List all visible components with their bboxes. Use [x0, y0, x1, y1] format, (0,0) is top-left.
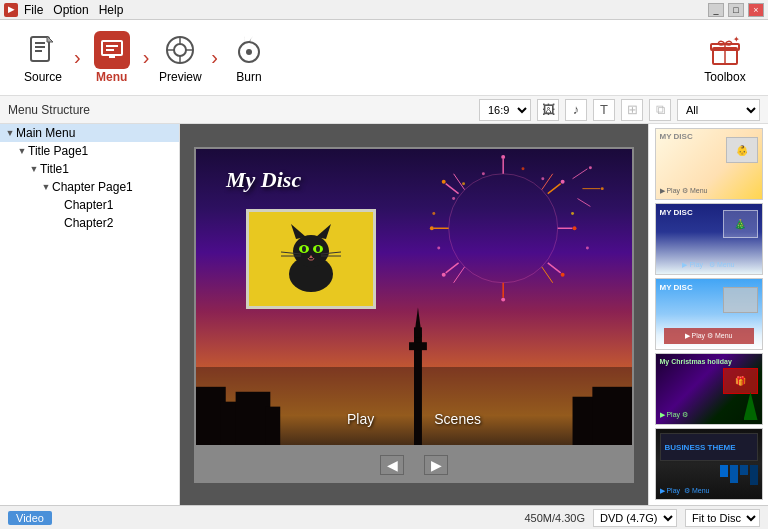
- toolbox-label: Toolbox: [704, 70, 745, 84]
- close-button[interactable]: ×: [748, 3, 764, 17]
- menu-file[interactable]: File: [24, 3, 43, 17]
- svg-marker-69: [291, 224, 306, 239]
- svg-point-22: [449, 173, 558, 282]
- svg-point-38: [430, 226, 434, 230]
- template-item-1[interactable]: MY DISC 👶 ▶ Play ⚙ Menu: [655, 128, 763, 200]
- svg-line-30: [446, 183, 459, 193]
- expand-icon-chapter-page1: ▼: [40, 181, 52, 193]
- svg-point-39: [561, 179, 565, 183]
- chapter-page1-label: Chapter Page1: [52, 180, 133, 194]
- svg-point-35: [501, 154, 505, 158]
- sub-toolbar: Menu Structure 16:9 4:3 🖼 ♪ T ⊞ ⧉ All St…: [0, 96, 768, 124]
- right-panel: MY DISC 👶 ▶ Play ⚙ Menu MY DISC 🎄 ▶ Play…: [648, 124, 768, 505]
- title-page1-label: Title Page1: [28, 144, 88, 158]
- aspect-ratio-select[interactable]: 16:9 4:3: [479, 99, 531, 121]
- tree-node-title1[interactable]: ▼ Title1: [0, 160, 179, 178]
- template-filter-select[interactable]: All Standard Holiday Business: [677, 99, 760, 121]
- svg-point-51: [522, 167, 525, 170]
- fit-select[interactable]: Fit to Disc Do not fit: [685, 509, 760, 527]
- svg-point-36: [573, 226, 577, 230]
- chapter2-label: Chapter2: [64, 216, 113, 230]
- toolbar-toolbox[interactable]: ✦ Toolbox: [690, 23, 760, 93]
- sub-toolbar-right: All Standard Holiday Business: [677, 99, 760, 121]
- svg-point-54: [437, 246, 440, 249]
- layers-icon-btn[interactable]: ⧉: [649, 99, 671, 121]
- tree-node-chapter1[interactable]: Chapter1: [0, 196, 179, 214]
- prev-arrow-btn[interactable]: ◀: [380, 455, 404, 475]
- svg-point-55: [571, 211, 574, 214]
- tree-node-chapter-page1[interactable]: ▼ Chapter Page1: [0, 178, 179, 196]
- svg-rect-6: [106, 45, 118, 47]
- menu-structure-label: Menu Structure: [8, 103, 90, 117]
- svg-line-26: [548, 262, 561, 272]
- title-bar-controls: _ □ ×: [708, 3, 764, 17]
- svg-marker-70: [316, 224, 331, 239]
- template-item-4[interactable]: My Christmas holiday 🎁 ▶ Play ⚙: [655, 353, 763, 425]
- tree-node-title-page1[interactable]: ▼ Title Page1: [0, 142, 179, 160]
- minimize-button[interactable]: _: [708, 3, 724, 17]
- music-icon-btn[interactable]: ♪: [565, 99, 587, 121]
- svg-line-24: [548, 183, 561, 193]
- svg-rect-64: [414, 327, 422, 446]
- svg-rect-65: [409, 342, 427, 350]
- canvas-area: My Disc: [180, 124, 648, 505]
- left-panel: ▼ Main Menu ▼ Title Page1 ▼ Title1 ▼ Cha…: [0, 124, 180, 505]
- template-item-5[interactable]: BUSINESS THEME ▶ Play ⚙ Menu: [655, 428, 763, 500]
- svg-marker-66: [414, 307, 422, 337]
- expand-icon-chapter2: [52, 217, 64, 229]
- svg-point-11: [174, 44, 186, 56]
- image-icon-btn[interactable]: 🖼: [537, 99, 559, 121]
- expand-icon-main-menu: ▼: [4, 127, 16, 139]
- svg-point-37: [501, 297, 505, 301]
- chapter1-label: Chapter1: [64, 198, 113, 212]
- svg-point-56: [586, 246, 589, 249]
- next-arrow-btn[interactable]: ▶: [424, 455, 448, 475]
- svg-rect-7: [106, 49, 114, 51]
- svg-line-45: [577, 198, 590, 206]
- disc-title: My Disc: [226, 167, 301, 193]
- svg-point-52: [541, 177, 544, 180]
- expand-icon-title1: ▼: [28, 163, 40, 175]
- main-content: ▼ Main Menu ▼ Title Page1 ▼ Title1 ▼ Cha…: [0, 124, 768, 505]
- disc-play-btn[interactable]: Play: [347, 411, 374, 427]
- svg-line-32: [454, 173, 465, 189]
- menu-label: Menu: [96, 70, 127, 84]
- text-icon-btn[interactable]: T: [593, 99, 615, 121]
- tree-node-main-menu[interactable]: ▼ Main Menu: [0, 124, 179, 142]
- disc-type-select[interactable]: DVD (4.7G) DVD (8.5G) Blu-ray: [593, 509, 677, 527]
- canvas-bottom-bar: ◀ ▶: [194, 447, 634, 483]
- toolbar: Source › Menu ›: [0, 20, 768, 96]
- svg-line-43: [573, 168, 588, 178]
- svg-point-49: [462, 182, 465, 185]
- svg-point-74: [316, 246, 320, 252]
- toolbar-preview[interactable]: Preview: [145, 23, 215, 93]
- disc-canvas[interactable]: My Disc: [194, 147, 634, 447]
- menu-icon: [94, 32, 130, 68]
- svg-point-42: [442, 179, 446, 183]
- svg-point-41: [442, 272, 446, 276]
- grid-icon-btn[interactable]: ⊞: [621, 99, 643, 121]
- expand-icon-title-page1: ▼: [16, 145, 28, 157]
- title-bar-left: ▶ File Option Help: [4, 3, 123, 17]
- disc-thumbnail[interactable]: [246, 209, 376, 309]
- toolbar-burn[interactable]: Burn: [214, 23, 284, 93]
- template-item-2[interactable]: MY DISC 🎄 ▶ Play ⚙ Menu: [655, 203, 763, 275]
- menu-bar: File Option Help: [24, 3, 123, 17]
- cat-svg: [271, 219, 351, 299]
- maximize-button[interactable]: □: [728, 3, 744, 17]
- template-item-3[interactable]: MY DISC ▶ Play ⚙ Menu: [655, 278, 763, 350]
- main-menu-label: Main Menu: [16, 126, 75, 140]
- toolbar-source[interactable]: Source: [8, 23, 78, 93]
- svg-rect-57: [196, 366, 632, 445]
- source-icon: [25, 32, 61, 68]
- svg-marker-4: [47, 36, 53, 42]
- menu-option[interactable]: Option: [53, 3, 88, 17]
- tree-node-chapter2[interactable]: Chapter2: [0, 214, 179, 232]
- svg-rect-1: [35, 42, 45, 44]
- size-text: 450M/4.30G: [524, 512, 585, 524]
- toolbar-menu[interactable]: Menu: [77, 23, 147, 93]
- title-bar: ▶ File Option Help _ □ ×: [0, 0, 768, 20]
- disc-scenes-btn[interactable]: Scenes: [434, 411, 481, 427]
- menu-help[interactable]: Help: [99, 3, 124, 17]
- svg-rect-5: [102, 41, 122, 55]
